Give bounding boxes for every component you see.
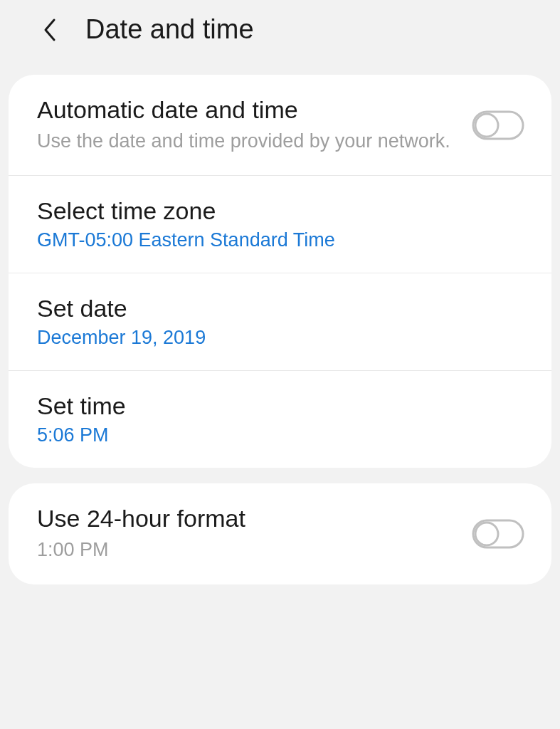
toggle-off-icon [472,519,524,549]
setting-text: Set time 5:06 PM [37,392,524,446]
chevron-left-icon [41,16,58,44]
setting-title: Use 24-hour format [37,505,458,533]
automatic-toggle[interactable] [472,110,524,140]
settings-card-main: Automatic date and time Use the date and… [9,75,551,468]
setting-subtitle: 1:00 PM [37,537,458,562]
format24h-toggle[interactable] [472,519,524,549]
setting-24h-format[interactable]: Use 24-hour format 1:00 PM [9,483,551,584]
setting-text: Use 24-hour format 1:00 PM [37,505,458,562]
page-title: Date and time [85,14,254,45]
back-button[interactable] [36,16,64,44]
setting-set-date[interactable]: Set date December 19, 2019 [9,273,551,371]
settings-card-format: Use 24-hour format 1:00 PM [9,483,551,584]
svg-point-3 [475,523,498,545]
setting-value: December 19, 2019 [37,327,524,349]
setting-title: Select time zone [37,197,524,225]
setting-text: Select time zone GMT-05:00 Eastern Stand… [37,197,524,251]
setting-subtitle: Use the date and time provided by your n… [37,128,458,154]
setting-text: Automatic date and time Use the date and… [37,96,458,154]
setting-automatic-date-time[interactable]: Automatic date and time Use the date and… [9,75,551,176]
setting-title: Automatic date and time [37,96,458,124]
setting-text: Set date December 19, 2019 [37,295,524,349]
setting-title: Set time [37,392,524,420]
setting-select-timezone[interactable]: Select time zone GMT-05:00 Eastern Stand… [9,176,551,273]
setting-set-time[interactable]: Set time 5:06 PM [9,371,551,468]
svg-point-1 [475,114,498,137]
setting-value: 5:06 PM [37,424,524,446]
toggle-off-icon [472,110,524,140]
setting-title: Set date [37,295,524,322]
header: Date and time [0,0,560,66]
setting-value: GMT-05:00 Eastern Standard Time [37,229,524,251]
